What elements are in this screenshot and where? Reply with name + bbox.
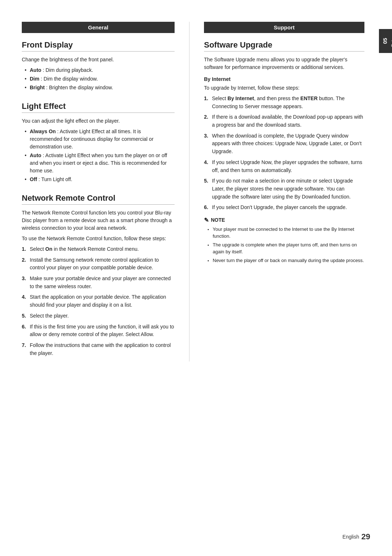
step-number: 7. — [22, 342, 26, 349]
step-number: 2. — [22, 256, 26, 264]
step-number: 4. — [204, 159, 208, 167]
list-item: Auto : Dim during playback. — [25, 66, 175, 74]
page-container: 05 Setup General Front Display Change th… — [0, 0, 392, 556]
list-item: 3.When the download is complete, the Upg… — [204, 132, 364, 156]
list-item: 4.Start the application on your portable… — [22, 293, 175, 309]
col-right: Support Software Upgrade The Software Up… — [189, 22, 379, 361]
light-effect-bullets: Always On : Activate Light Effect at all… — [22, 128, 175, 183]
header-support: Support — [204, 22, 364, 33]
list-item: Bright : Brighten the display window. — [25, 84, 175, 91]
network-remote-title: Network Remote Control — [22, 193, 175, 203]
bullet-bold: Always On — [30, 128, 56, 134]
by-internet-steps: 1.Select By Internet, and then press the… — [204, 95, 364, 212]
step-bold: By Internet — [228, 95, 254, 101]
front-display-title: Front Display — [22, 40, 175, 50]
list-item: 1.Select On in the Network Remote Contro… — [22, 245, 175, 253]
side-tab-number: 05 — [382, 38, 388, 44]
header-general: General — [22, 22, 175, 33]
footer-page-number: 29 — [362, 532, 370, 541]
step-number: 5. — [204, 177, 208, 185]
step-number: 1. — [22, 245, 26, 253]
step-number: 4. — [22, 293, 26, 301]
list-item: Dim : Dim the display window. — [25, 75, 175, 83]
software-upgrade-intro: The Software Upgrade menu allows you to … — [204, 56, 364, 71]
note-header: ✎ NOTE — [204, 217, 364, 224]
list-item: 5.Select the player. — [22, 312, 175, 320]
page-footer: English 29 — [343, 532, 370, 541]
list-item: 7.Follow the instructions that came with… — [22, 342, 175, 357]
list-item: Never turn the player off or back on man… — [208, 257, 364, 264]
step-number: 3. — [204, 132, 208, 140]
list-item: 2.If there is a download available, the … — [204, 113, 364, 129]
list-item: The upgrade is complete when the player … — [208, 241, 364, 255]
list-item: 1.Select By Internet, and then press the… — [204, 95, 364, 110]
step-number: 6. — [22, 323, 26, 331]
note-icon: ✎ — [204, 217, 209, 224]
list-item: 4.If you select Upgrade Now, the player … — [204, 159, 364, 174]
front-display-bullets: Auto : Dim during playback. Dim : Dim th… — [22, 66, 175, 91]
section-front-display: Front Display Change the brightness of t… — [22, 40, 175, 91]
bullet-bold: Dim — [30, 76, 39, 82]
step-number: 5. — [22, 312, 26, 320]
network-remote-steps: 1.Select On in the Network Remote Contro… — [22, 245, 175, 357]
step-number: 2. — [204, 113, 208, 121]
bullet-bold: Auto — [30, 152, 41, 158]
list-item: 6.If this is the first time you are usin… — [22, 323, 175, 339]
side-tab: 05 Setup — [379, 29, 392, 53]
light-effect-intro: You can adjust the light effect on the p… — [22, 117, 175, 125]
note-label: NOTE — [211, 217, 225, 223]
by-internet-heading: By Internet — [204, 76, 364, 82]
section-software-upgrade: Software Upgrade The Software Upgrade me… — [204, 40, 364, 264]
bullet-bold: Off — [30, 176, 37, 182]
front-display-intro: Change the brightness of the front panel… — [22, 56, 175, 64]
subsection-by-internet: By Internet To upgrade by Internet, foll… — [204, 76, 364, 212]
step-bold: ENTER — [301, 95, 318, 101]
step-number: 6. — [204, 204, 208, 212]
note-list: Your player must be connected to the Int… — [204, 226, 364, 264]
bullet-bold: Bright — [30, 85, 45, 90]
list-item: Your player must be connected to the Int… — [208, 226, 364, 240]
by-internet-intro: To upgrade by Internet, follow these ste… — [204, 84, 364, 92]
list-item: Always On : Activate Light Effect at all… — [25, 128, 175, 151]
list-item: 6.If you select Don't Upgrade, the playe… — [204, 204, 364, 212]
bullet-bold: Auto — [30, 67, 41, 73]
step-bold: On — [45, 246, 52, 252]
network-remote-intro2: To use the Network Remote Control functi… — [22, 235, 175, 242]
section-light-effect: Light Effect You can adjust the light ef… — [22, 102, 175, 183]
software-upgrade-title: Software Upgrade — [204, 40, 364, 50]
columns: General Front Display Change the brightn… — [0, 22, 379, 361]
step-number: 1. — [204, 95, 208, 103]
col-left: General Front Display Change the brightn… — [0, 22, 189, 361]
note-section: ✎ NOTE Your player must be connected to … — [204, 217, 364, 264]
list-item: 5.If you do not make a selection in one … — [204, 177, 364, 201]
network-remote-intro: The Network Remote Control function lets… — [22, 209, 175, 232]
list-item: Off : Turn Light off. — [25, 176, 175, 183]
section-network-remote: Network Remote Control The Network Remot… — [22, 193, 175, 357]
light-effect-title: Light Effect — [22, 102, 175, 111]
list-item: Auto : Activate Light Effect when you tu… — [25, 152, 175, 175]
list-item: 2.Install the Samsung network remote con… — [22, 256, 175, 272]
side-tab-label: Setup — [390, 35, 392, 47]
footer-language: English — [343, 534, 359, 540]
list-item: 3.Make sure your portable device and you… — [22, 275, 175, 290]
step-number: 3. — [22, 275, 26, 283]
